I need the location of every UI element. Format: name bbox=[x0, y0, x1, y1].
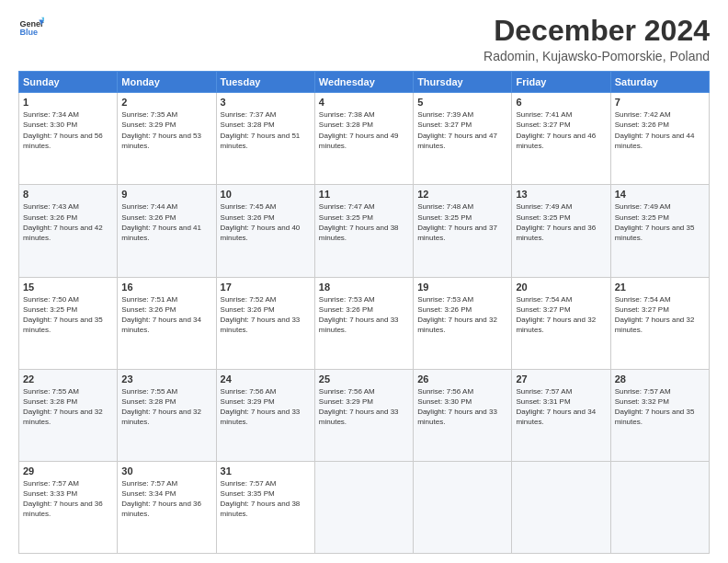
calendar-page: General Blue December 2024 Radomin, Kuja… bbox=[0, 0, 728, 563]
calendar-cell bbox=[610, 461, 709, 553]
day-details: Sunrise: 7:35 AMSunset: 3:29 PMDaylight:… bbox=[121, 109, 211, 151]
calendar-cell: 21 Sunrise: 7:54 AMSunset: 3:27 PMDaylig… bbox=[610, 277, 709, 369]
calendar-cell: 2 Sunrise: 7:35 AMSunset: 3:29 PMDayligh… bbox=[118, 93, 216, 185]
header-sunday: Sunday bbox=[19, 72, 118, 93]
calendar-cell: 13 Sunrise: 7:49 AMSunset: 3:25 PMDaylig… bbox=[512, 185, 610, 277]
day-details: Sunrise: 7:47 AMSunset: 3:25 PMDaylight:… bbox=[319, 201, 409, 243]
calendar-cell: 26 Sunrise: 7:56 AMSunset: 3:30 PMDaylig… bbox=[414, 369, 512, 461]
day-number: 17 bbox=[221, 282, 311, 293]
calendar-header-row: Sunday Monday Tuesday Wednesday Thursday… bbox=[19, 72, 710, 93]
day-details: Sunrise: 7:49 AMSunset: 3:25 PMDaylight:… bbox=[615, 201, 705, 243]
main-title: December 2024 bbox=[483, 15, 710, 47]
day-number: 9 bbox=[121, 189, 211, 200]
calendar-cell: 23 Sunrise: 7:55 AMSunset: 3:28 PMDaylig… bbox=[118, 369, 216, 461]
logo: General Blue bbox=[18, 15, 44, 40]
day-details: Sunrise: 7:39 AMSunset: 3:27 PMDaylight:… bbox=[417, 109, 507, 151]
svg-text:Blue: Blue bbox=[19, 28, 38, 37]
calendar-cell: 29 Sunrise: 7:57 AMSunset: 3:33 PMDaylig… bbox=[19, 461, 118, 553]
day-number: 6 bbox=[516, 97, 606, 108]
day-details: Sunrise: 7:45 AMSunset: 3:26 PMDaylight:… bbox=[221, 201, 311, 243]
calendar-cell: 19 Sunrise: 7:53 AMSunset: 3:26 PMDaylig… bbox=[414, 277, 512, 369]
day-details: Sunrise: 7:56 AMSunset: 3:29 PMDaylight:… bbox=[319, 386, 409, 428]
day-details: Sunrise: 7:42 AMSunset: 3:26 PMDaylight:… bbox=[615, 109, 705, 151]
day-details: Sunrise: 7:55 AMSunset: 3:28 PMDaylight:… bbox=[23, 386, 113, 428]
day-number: 30 bbox=[121, 465, 211, 477]
day-number: 23 bbox=[121, 373, 211, 385]
day-details: Sunrise: 7:48 AMSunset: 3:25 PMDaylight:… bbox=[417, 201, 507, 243]
calendar-cell: 6 Sunrise: 7:41 AMSunset: 3:27 PMDayligh… bbox=[512, 93, 610, 185]
day-number: 21 bbox=[615, 282, 705, 293]
calendar-cell: 28 Sunrise: 7:57 AMSunset: 3:32 PMDaylig… bbox=[610, 369, 709, 461]
day-details: Sunrise: 7:53 AMSunset: 3:26 PMDaylight:… bbox=[417, 294, 507, 336]
day-details: Sunrise: 7:51 AMSunset: 3:26 PMDaylight:… bbox=[121, 294, 211, 336]
calendar-cell: 14 Sunrise: 7:49 AMSunset: 3:25 PMDaylig… bbox=[610, 185, 709, 277]
logo-icon: General Blue bbox=[18, 15, 44, 40]
calendar-week-row: 1 Sunrise: 7:34 AMSunset: 3:30 PMDayligh… bbox=[19, 93, 710, 185]
header-monday: Monday bbox=[118, 72, 216, 93]
day-details: Sunrise: 7:56 AMSunset: 3:30 PMDaylight:… bbox=[417, 386, 507, 428]
calendar-cell: 3 Sunrise: 7:37 AMSunset: 3:28 PMDayligh… bbox=[216, 93, 314, 185]
calendar-cell: 20 Sunrise: 7:54 AMSunset: 3:27 PMDaylig… bbox=[512, 277, 610, 369]
day-details: Sunrise: 7:50 AMSunset: 3:25 PMDaylight:… bbox=[23, 294, 113, 336]
day-number: 28 bbox=[615, 373, 705, 385]
day-number: 31 bbox=[221, 465, 311, 477]
day-number: 10 bbox=[221, 189, 311, 200]
calendar-week-row: 15 Sunrise: 7:50 AMSunset: 3:25 PMDaylig… bbox=[19, 277, 710, 369]
calendar-cell bbox=[314, 461, 413, 553]
day-details: Sunrise: 7:54 AMSunset: 3:27 PMDaylight:… bbox=[516, 294, 606, 336]
calendar-cell: 11 Sunrise: 7:47 AMSunset: 3:25 PMDaylig… bbox=[314, 185, 413, 277]
day-number: 1 bbox=[23, 97, 113, 108]
calendar-cell: 27 Sunrise: 7:57 AMSunset: 3:31 PMDaylig… bbox=[512, 369, 610, 461]
calendar-cell bbox=[414, 461, 512, 553]
calendar-week-row: 22 Sunrise: 7:55 AMSunset: 3:28 PMDaylig… bbox=[19, 369, 710, 461]
calendar-week-row: 8 Sunrise: 7:43 AMSunset: 3:26 PMDayligh… bbox=[19, 185, 710, 277]
day-number: 16 bbox=[121, 282, 211, 293]
day-number: 13 bbox=[516, 189, 606, 200]
day-number: 25 bbox=[319, 373, 409, 385]
day-number: 7 bbox=[615, 97, 705, 108]
day-number: 3 bbox=[221, 97, 311, 108]
day-number: 12 bbox=[417, 189, 507, 200]
calendar-cell: 30 Sunrise: 7:57 AMSunset: 3:34 PMDaylig… bbox=[118, 461, 216, 553]
calendar-cell: 9 Sunrise: 7:44 AMSunset: 3:26 PMDayligh… bbox=[118, 185, 216, 277]
calendar-cell: 8 Sunrise: 7:43 AMSunset: 3:26 PMDayligh… bbox=[19, 185, 118, 277]
day-details: Sunrise: 7:43 AMSunset: 3:26 PMDaylight:… bbox=[23, 201, 113, 243]
day-number: 22 bbox=[23, 373, 113, 385]
day-details: Sunrise: 7:54 AMSunset: 3:27 PMDaylight:… bbox=[615, 294, 705, 336]
calendar-cell: 16 Sunrise: 7:51 AMSunset: 3:26 PMDaylig… bbox=[118, 277, 216, 369]
calendar-cell: 4 Sunrise: 7:38 AMSunset: 3:28 PMDayligh… bbox=[314, 93, 413, 185]
day-details: Sunrise: 7:41 AMSunset: 3:27 PMDaylight:… bbox=[516, 109, 606, 151]
day-number: 4 bbox=[319, 97, 409, 108]
calendar-cell: 1 Sunrise: 7:34 AMSunset: 3:30 PMDayligh… bbox=[19, 93, 118, 185]
calendar-cell: 15 Sunrise: 7:50 AMSunset: 3:25 PMDaylig… bbox=[19, 277, 118, 369]
day-number: 20 bbox=[516, 282, 606, 293]
calendar-week-row: 29 Sunrise: 7:57 AMSunset: 3:33 PMDaylig… bbox=[19, 461, 710, 553]
calendar-cell: 24 Sunrise: 7:56 AMSunset: 3:29 PMDaylig… bbox=[216, 369, 314, 461]
calendar-cell: 18 Sunrise: 7:53 AMSunset: 3:26 PMDaylig… bbox=[314, 277, 413, 369]
day-number: 2 bbox=[121, 97, 211, 108]
subtitle: Radomin, Kujawsko-Pomorskie, Poland bbox=[483, 49, 710, 63]
calendar-cell: 12 Sunrise: 7:48 AMSunset: 3:25 PMDaylig… bbox=[414, 185, 512, 277]
day-number: 29 bbox=[23, 465, 113, 477]
header-wednesday: Wednesday bbox=[314, 72, 413, 93]
day-number: 18 bbox=[319, 282, 409, 293]
day-details: Sunrise: 7:57 AMSunset: 3:32 PMDaylight:… bbox=[615, 386, 705, 428]
header: General Blue December 2024 Radomin, Kuja… bbox=[18, 15, 710, 63]
day-details: Sunrise: 7:38 AMSunset: 3:28 PMDaylight:… bbox=[319, 109, 409, 151]
day-details: Sunrise: 7:52 AMSunset: 3:26 PMDaylight:… bbox=[221, 294, 311, 336]
day-number: 14 bbox=[615, 189, 705, 200]
calendar-table: Sunday Monday Tuesday Wednesday Thursday… bbox=[18, 71, 710, 554]
calendar-cell: 17 Sunrise: 7:52 AMSunset: 3:26 PMDaylig… bbox=[216, 277, 314, 369]
calendar-cell: 22 Sunrise: 7:55 AMSunset: 3:28 PMDaylig… bbox=[19, 369, 118, 461]
day-number: 19 bbox=[417, 282, 507, 293]
calendar-cell: 31 Sunrise: 7:57 AMSunset: 3:35 PMDaylig… bbox=[216, 461, 314, 553]
day-number: 8 bbox=[23, 189, 113, 200]
day-details: Sunrise: 7:56 AMSunset: 3:29 PMDaylight:… bbox=[221, 386, 311, 428]
day-number: 11 bbox=[319, 189, 409, 200]
calendar-cell: 7 Sunrise: 7:42 AMSunset: 3:26 PMDayligh… bbox=[610, 93, 709, 185]
day-number: 5 bbox=[417, 97, 507, 108]
day-details: Sunrise: 7:49 AMSunset: 3:25 PMDaylight:… bbox=[516, 201, 606, 243]
calendar-cell: 25 Sunrise: 7:56 AMSunset: 3:29 PMDaylig… bbox=[314, 369, 413, 461]
header-saturday: Saturday bbox=[610, 72, 709, 93]
title-section: December 2024 Radomin, Kujawsko-Pomorski… bbox=[483, 15, 710, 63]
